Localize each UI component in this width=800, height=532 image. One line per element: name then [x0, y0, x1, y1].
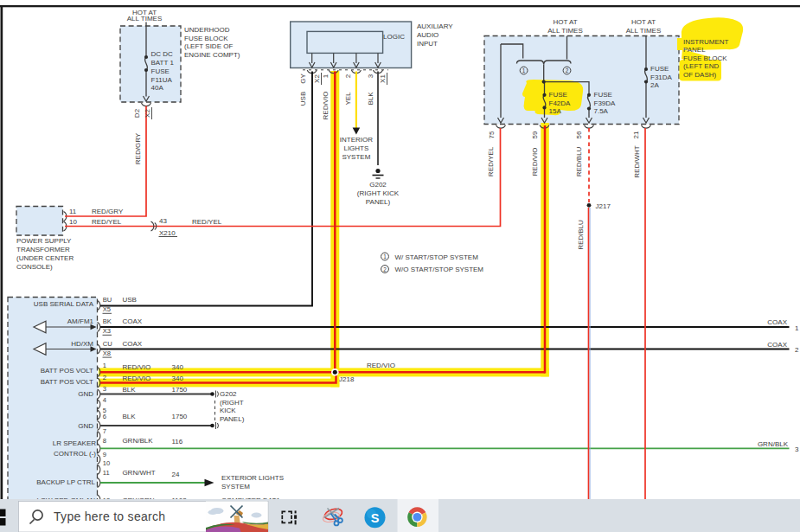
svg-text:YEL: YEL: [344, 92, 352, 106]
svg-text:W/ START/STOP SYSTEM: W/ START/STOP SYSTEM: [395, 253, 479, 261]
svg-text:USB SERIAL DATA: USB SERIAL DATA: [34, 300, 94, 308]
svg-text:RED/VIO: RED/VIO: [122, 363, 150, 371]
svg-text:GRN/BLK: GRN/BLK: [758, 440, 789, 448]
svg-text:GY: GY: [299, 74, 307, 84]
svg-text:40A: 40A: [151, 84, 164, 92]
svg-text:15A: 15A: [549, 107, 562, 115]
svg-text:UNDERHOOD: UNDERHOOD: [184, 26, 230, 34]
svg-text:COAX: COAX: [122, 317, 142, 325]
svg-text:RED/YEL: RED/YEL: [487, 146, 495, 176]
svg-text:2: 2: [566, 67, 569, 74]
svg-text:59: 59: [531, 131, 539, 138]
svg-text:BACKUP LP CTRL: BACKUP LP CTRL: [36, 478, 95, 486]
svg-text:X3: X3: [103, 327, 111, 335]
svg-text:RED/GRY: RED/GRY: [134, 132, 142, 164]
svg-text:X210: X210: [159, 229, 176, 237]
svg-text:AUDIO: AUDIO: [417, 31, 438, 39]
svg-text:X1: X1: [379, 74, 387, 83]
svg-text:COAX: COAX: [767, 318, 787, 326]
svg-text:340: 340: [172, 363, 184, 371]
svg-text:BU: BU: [103, 296, 112, 304]
svg-text:COAX: COAX: [767, 341, 787, 349]
svg-text:3: 3: [103, 385, 106, 393]
svg-text:LIGHTS: LIGHTS: [343, 144, 368, 152]
svg-text:SYSTEM: SYSTEM: [342, 153, 370, 161]
svg-text:PANEL): PANEL): [366, 198, 391, 206]
svg-text:INPUT: INPUT: [417, 40, 438, 48]
svg-text:RED/GRY: RED/GRY: [92, 208, 124, 215]
svg-text:J217: J217: [596, 202, 611, 210]
svg-text:GND: GND: [78, 422, 93, 430]
svg-text:1: 1: [383, 253, 387, 260]
svg-text:RED/BLU: RED/BLU: [575, 146, 583, 176]
svg-text:COAX: COAX: [122, 340, 142, 348]
svg-text:AUXILIARY: AUXILIARY: [417, 22, 453, 30]
svg-text:FUSE BLOCK: FUSE BLOCK: [683, 54, 727, 62]
svg-text:(UNDER CENTER: (UNDER CENTER: [16, 254, 74, 262]
svg-text:RED/VIO: RED/VIO: [322, 92, 330, 120]
svg-text:USB: USB: [299, 92, 307, 106]
svg-text:RED/WHT: RED/WHT: [633, 145, 641, 177]
svg-text:G202: G202: [369, 181, 387, 189]
svg-text:BK: BK: [103, 317, 112, 325]
svg-text:1750: 1750: [172, 413, 188, 420]
svg-text:8: 8: [103, 437, 106, 445]
svg-text:X8: X8: [103, 349, 111, 357]
svg-text:HOT AT: HOT AT: [631, 18, 656, 26]
svg-text:W/O START/STOP SYSTEM: W/O START/STOP SYSTEM: [395, 266, 484, 273]
svg-text:OF DASH): OF DASH): [683, 71, 717, 79]
svg-text:PANEL): PANEL): [220, 415, 245, 423]
svg-text:RED/YEL: RED/YEL: [192, 218, 222, 226]
svg-text:POWER SUPPLY: POWER SUPPLY: [16, 237, 72, 245]
svg-text:3: 3: [795, 445, 799, 453]
svg-text:USB: USB: [122, 296, 136, 304]
svg-text:75: 75: [488, 131, 496, 138]
svg-text:1: 1: [522, 67, 526, 74]
svg-text:SYSTEM: SYSTEM: [221, 483, 250, 490]
svg-text:11: 11: [103, 469, 110, 477]
svg-text:TRANSFORMER: TRANSFORMER: [16, 246, 70, 253]
svg-text:GND: GND: [78, 390, 93, 398]
svg-text:LR SPEAKER: LR SPEAKER: [53, 439, 96, 447]
svg-text:F42DA: F42DA: [549, 99, 572, 107]
svg-text:AM/FM1: AM/FM1: [67, 317, 94, 325]
svg-text:F31DA: F31DA: [650, 74, 673, 81]
svg-text:Type here to search: Type here to search: [54, 510, 165, 523]
svg-text:(LEFT END: (LEFT END: [683, 62, 719, 70]
svg-text:BLK: BLK: [122, 413, 136, 420]
svg-text:X2: X2: [144, 109, 151, 118]
svg-text:BATT POS VOLT: BATT POS VOLT: [41, 367, 93, 375]
svg-text:9: 9: [103, 451, 106, 458]
svg-text:X2: X2: [313, 74, 321, 83]
svg-text:10: 10: [103, 459, 110, 467]
svg-text:1: 1: [795, 324, 799, 332]
svg-text:RED/VIO: RED/VIO: [531, 148, 539, 176]
svg-text:INTERIOR: INTERIOR: [340, 136, 373, 144]
svg-text:56: 56: [575, 131, 583, 138]
svg-text:340: 340: [172, 375, 184, 382]
svg-text:ALL TIMES: ALL TIMES: [127, 15, 162, 22]
svg-text:RED/BLU: RED/BLU: [577, 220, 585, 250]
svg-text:2: 2: [383, 266, 387, 272]
svg-text:FUSE: FUSE: [549, 91, 567, 99]
svg-text:116: 116: [172, 438, 183, 445]
svg-text:HD/XM: HD/XM: [71, 340, 93, 348]
svg-text:2: 2: [344, 74, 352, 78]
svg-text:RED/VIO: RED/VIO: [122, 375, 150, 382]
svg-text:11: 11: [69, 208, 77, 215]
svg-text:7.5A: 7.5A: [594, 107, 609, 115]
svg-text:1750: 1750: [172, 386, 188, 394]
svg-text:G202: G202: [220, 390, 237, 398]
svg-text:EXTERIOR LIGHTS: EXTERIOR LIGHTS: [221, 474, 284, 482]
svg-text:CONTROL (-): CONTROL (-): [54, 450, 96, 458]
svg-text:RED/VIO: RED/VIO: [367, 362, 395, 369]
svg-text:7: 7: [103, 427, 106, 435]
svg-text:6: 6: [103, 413, 106, 420]
svg-text:2: 2: [795, 346, 799, 354]
svg-text:LOGIC: LOGIC: [383, 33, 405, 41]
svg-text:1: 1: [103, 362, 106, 369]
svg-text:43: 43: [159, 217, 167, 225]
svg-text:3: 3: [367, 74, 374, 78]
svg-text:(LEFT SIDE OF: (LEFT SIDE OF: [184, 42, 233, 50]
svg-text:F39DA: F39DA: [594, 99, 617, 107]
